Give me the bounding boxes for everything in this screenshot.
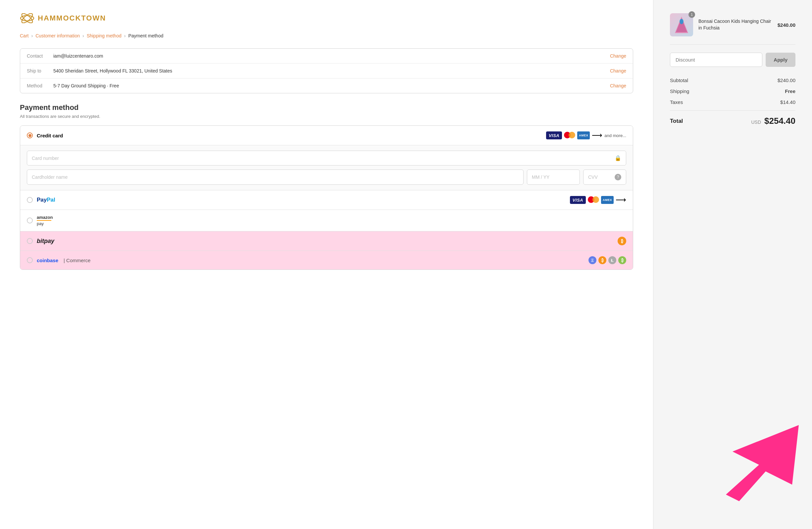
breadcrumb-sep2: › (83, 33, 84, 39)
shipto-value: 5400 Sheridan Street, Hollywood FL 33021… (53, 68, 610, 73)
product-info: Bonsai Cacoon Kids Hanging Chair in Fuch… (698, 18, 772, 31)
cvv-help-icon[interactable]: ? (615, 174, 621, 180)
payment-option-paypal[interactable]: PayPal VISA AMEX ⟶ (20, 190, 633, 210)
logo: HAMMOCKTOWN (20, 13, 633, 23)
cvv-input[interactable]: CVV ? (583, 170, 626, 185)
radio-bitpay[interactable] (27, 238, 33, 244)
breadcrumb-sep1: › (31, 33, 33, 39)
contact-label: Contact (27, 53, 53, 59)
shipto-change[interactable]: Change (610, 68, 626, 73)
paypal-visa-icon: VISA (570, 196, 586, 204)
logo-icon (20, 13, 34, 23)
grand-total-label: Total (670, 118, 683, 124)
info-box: Contact iam@luizcentenaro.com Change Shi… (20, 48, 633, 93)
paypal-amex-icon: AMEX (601, 196, 614, 204)
logo-brand: HAMMOCK (38, 14, 81, 22)
creditcard-label: Credit card (37, 133, 542, 138)
product-name: Bonsai Cacoon Kids Hanging Chair in Fuch… (698, 18, 772, 31)
expiry-placeholder: MM / YY (532, 175, 549, 180)
radio-amazonpay[interactable] (27, 218, 33, 223)
amex-icon: AMEX (577, 131, 590, 139)
breadcrumb-customer-info[interactable]: Customer information (35, 33, 80, 39)
creditcard-icons: VISA AMEX ⟶ and more... (546, 131, 626, 140)
coinbase-icons: Ξ ₿ Ł ₿ (589, 256, 626, 264)
breadcrumb: Cart › Customer information › Shipping m… (20, 33, 633, 39)
payment-option-coinbase[interactable]: coinbase | Commerce Ξ ₿ Ł ₿ (20, 251, 633, 269)
cardholder-input[interactable]: Cardholder name (27, 170, 524, 185)
info-row-method: Method 5-7 Day Ground Shipping · Free Ch… (20, 78, 633, 93)
mastercard-icon (564, 132, 575, 139)
grand-total-row: Total USD $254.40 (670, 110, 795, 129)
lock-icon: 🔒 (615, 155, 621, 161)
arrow-annotation (706, 425, 806, 509)
payment-option-creditcard[interactable]: Credit card VISA AMEX ⟶ and more... (20, 126, 633, 145)
contact-value: iam@luizcentenaro.com (53, 53, 610, 59)
shipping-row: Shipping Free (670, 86, 795, 97)
svg-point-5 (680, 19, 683, 24)
paypal-icons: VISA AMEX ⟶ (570, 196, 626, 204)
totals: Subtotal $240.00 Shipping Free Taxes $14… (670, 75, 795, 129)
radio-coinbase[interactable] (27, 257, 33, 263)
discount-row: Apply (670, 53, 795, 67)
arrow-svg (706, 425, 806, 508)
payment-section-subtitle: All transactions are secure and encrypte… (20, 114, 633, 119)
coinbase-commerce-label: | Commerce (63, 258, 90, 263)
logo-town: TOWN (81, 14, 106, 22)
radio-paypal[interactable] (27, 197, 33, 203)
info-row-shipto: Ship to 5400 Sheridan Street, Hollywood … (20, 63, 633, 78)
payment-option-amazonpay[interactable]: amazon pay (20, 210, 633, 231)
discount-input[interactable] (670, 53, 762, 67)
product-image-wrap: 1 (670, 13, 693, 36)
payment-options: Credit card VISA AMEX ⟶ and more... Card… (20, 126, 633, 270)
svg-marker-6 (726, 425, 799, 501)
product-item: 1 Bonsai Cacoon Kids Hanging Chair in Fu… (670, 13, 795, 45)
taxes-value: $14.40 (780, 99, 795, 105)
breadcrumb-payment: Payment method (128, 33, 163, 39)
taxes-label: Taxes (670, 99, 683, 105)
card-number-placeholder: Card number (32, 156, 59, 161)
subtotal-row: Subtotal $240.00 (670, 75, 795, 86)
method-change[interactable]: Change (610, 83, 626, 88)
expiry-input[interactable]: MM / YY (527, 170, 580, 185)
method-label: Method (27, 83, 53, 88)
card-number-input[interactable]: Card number 🔒 (27, 151, 626, 165)
visa-icon: VISA (546, 131, 562, 139)
coinbase-label: coinbase (37, 258, 58, 263)
shipping-value: Free (785, 88, 795, 94)
breadcrumb-cart[interactable]: Cart (20, 33, 28, 39)
litecoin-icon: Ł (608, 256, 616, 264)
contact-change[interactable]: Change (610, 53, 626, 59)
amazonpay-label: amazon pay (37, 215, 53, 226)
payment-option-bitpay[interactable]: bitpay ₿ (20, 231, 633, 251)
info-row-contact: Contact iam@luizcentenaro.com Change (20, 49, 633, 63)
grand-total-value: $254.40 (764, 116, 795, 126)
breadcrumb-shipping[interactable]: Shipping method (87, 33, 121, 39)
product-svg (673, 15, 690, 35)
bitcoin-icon: ₿ (618, 237, 626, 245)
card-number-row: Card number 🔒 (27, 151, 626, 165)
bitpay-label: bitpay (37, 238, 54, 245)
paypal-discover-icon: ⟶ (615, 196, 626, 204)
bitcoincash-icon: ₿ (618, 256, 626, 264)
coinbase-bitcoin-icon: ₿ (598, 256, 606, 264)
taxes-row: Taxes $14.40 (670, 97, 795, 107)
card-extra-row: Cardholder name MM / YY CVV ? (27, 170, 626, 185)
shipto-label: Ship to (27, 68, 53, 73)
right-panel: 1 Bonsai Cacoon Kids Hanging Chair in Fu… (653, 0, 812, 529)
breadcrumb-sep3: › (124, 33, 126, 39)
grand-total-amount-wrap: USD $254.40 (751, 116, 795, 126)
subtotal-value: $240.00 (778, 77, 795, 83)
paypal-mc-icon (588, 196, 599, 204)
grand-currency: USD (751, 119, 761, 125)
method-value: 5-7 Day Ground Shipping · Free (53, 83, 610, 88)
cardholder-placeholder: Cardholder name (32, 175, 68, 180)
payment-section-title: Payment method (20, 103, 633, 112)
product-price: $240.00 (778, 22, 795, 28)
card-fields: Card number 🔒 Cardholder name MM / YY CV… (20, 145, 633, 190)
ethereum-icon: Ξ (589, 256, 596, 264)
svg-point-2 (20, 13, 34, 23)
radio-creditcard[interactable] (27, 132, 33, 138)
discover-icon: ⟶ (592, 131, 603, 140)
apply-button[interactable]: Apply (766, 53, 795, 67)
more-cards-text: and more... (604, 133, 626, 138)
